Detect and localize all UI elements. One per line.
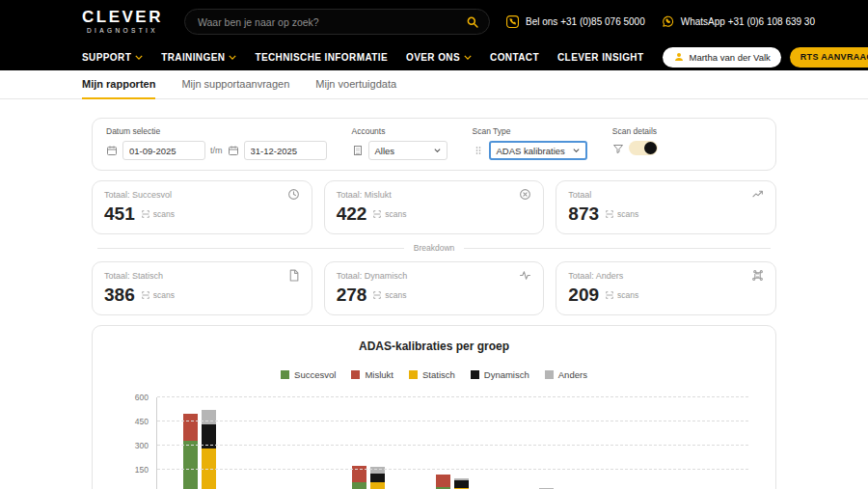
- nav-item-contact[interactable]: CONTACT: [490, 52, 539, 63]
- stacked-bar: [370, 467, 385, 489]
- stat-label: Totaal: Statisch: [104, 271, 163, 281]
- scan-icon: [141, 290, 150, 300]
- gridline: [157, 445, 748, 446]
- logo[interactable]: CLEVER DIAGNOSTIX: [82, 9, 163, 35]
- accounts-select[interactable]: Alles: [368, 141, 448, 160]
- stacked-bar: [436, 475, 450, 489]
- scan-details-label: Scan details: [612, 126, 658, 136]
- scan-icon: [372, 290, 382, 300]
- bar-segment: [352, 482, 366, 489]
- scan-icon: [372, 209, 382, 219]
- legend-swatch: [281, 370, 289, 379]
- chevron-down-icon: [434, 149, 441, 152]
- nav-item-label: SUPPORT: [82, 52, 131, 63]
- bar-segment: [183, 441, 198, 489]
- legend-item: Statisch: [409, 369, 455, 380]
- chevron-down-icon: [135, 55, 143, 60]
- stat-value: 451: [104, 204, 135, 225]
- logo-subtitle: DIAGNOSTIX: [87, 28, 158, 35]
- legend-item: Dynamisch: [471, 369, 529, 380]
- document-icon: [287, 269, 300, 282]
- nav-item-label: OVER ONS: [406, 52, 460, 63]
- bar-segment: [454, 480, 469, 488]
- date-filter-label: Datum selectie: [106, 126, 327, 136]
- filter-bar: Datum selectie t/m Accounts Alles: [92, 118, 776, 171]
- accounts-select-value: Alles: [375, 146, 395, 156]
- stat-unit: scans: [372, 290, 406, 300]
- tab-mijn-supportaanvragen[interactable]: Mijn supportaanvragen: [181, 70, 289, 99]
- top-header: CLEVER DIAGNOSTIX Bel ons +31 (0)85 076 …: [0, 0, 868, 43]
- drag-handle-icon: [473, 145, 484, 156]
- tab-mijn-voertuigdata[interactable]: Mijn voertuigdata: [315, 70, 396, 99]
- nav-item-over-ons[interactable]: OVER ONS: [406, 52, 472, 63]
- stat-label: Totaal: Dynamisch: [337, 271, 408, 281]
- stat-label: Totaal: Mislukt: [337, 190, 392, 200]
- stat-unit: scans: [141, 290, 175, 300]
- legend-swatch: [545, 370, 554, 379]
- bar-segment: [436, 475, 450, 487]
- legend-item: Anders: [545, 369, 587, 380]
- legend-label: Mislukt: [365, 369, 393, 380]
- whatsapp-link[interactable]: WhatsApp +31 (0)6 108 639 30: [661, 14, 815, 29]
- breakdown-label: Breakdown: [414, 243, 455, 253]
- trend-up-icon: [751, 188, 764, 201]
- chevron-down-icon: [229, 55, 236, 60]
- nav-item-technische-informatie[interactable]: TECHNISCHE INFORMATIE: [255, 52, 388, 63]
- main-content: Datum selectie t/m Accounts Alles: [0, 99, 868, 489]
- tab-mijn-rapporten[interactable]: Mijn rapporten: [82, 70, 155, 99]
- phone-icon: [505, 14, 520, 29]
- phone-label: Bel ons +31 (0)85 076 5000: [526, 16, 645, 27]
- legend-swatch: [409, 370, 418, 379]
- bar-segment: [370, 482, 385, 489]
- stat-card-anders: Totaal: Anders 209 scans: [556, 261, 776, 315]
- gridline: [157, 421, 748, 421]
- user-name: Martha van der Valk: [690, 52, 771, 63]
- rts-aanvraag-button[interactable]: RTS AANVRAAG: [790, 47, 868, 68]
- scan-type-select[interactable]: ADAS kalibraties: [489, 141, 587, 160]
- nav-item-clever-insight[interactable]: CLEVER INSIGHT: [557, 52, 644, 63]
- nav-item-support[interactable]: SUPPORT: [82, 52, 143, 63]
- legend-label: Dynamisch: [484, 369, 529, 380]
- accounts-filter-label: Accounts: [352, 126, 448, 136]
- y-tick-label: 300: [135, 441, 149, 450]
- scan-icon: [141, 209, 150, 219]
- stacked-bar: [454, 478, 469, 489]
- chart-title: ADAS-kalibraties per groep: [108, 340, 760, 353]
- whatsapp-icon: [661, 14, 675, 29]
- user-icon: [673, 51, 685, 63]
- chart-legend: SuccesvolMisluktStatischDynamischAnders: [108, 369, 760, 380]
- y-tick-label: 150: [135, 465, 149, 475]
- logo-title: CLEVER: [82, 9, 163, 25]
- search-icon[interactable]: [466, 15, 479, 29]
- user-menu[interactable]: Martha van der Valk: [663, 47, 781, 68]
- legend-swatch: [351, 370, 360, 379]
- chevron-down-icon: [464, 55, 472, 60]
- calendar-icon: [106, 145, 118, 156]
- date-filter: Datum selectie t/m: [106, 126, 327, 160]
- stat-value: 278: [337, 285, 367, 306]
- phone-link[interactable]: Bel ons +31 (0)85 076 5000: [505, 14, 645, 29]
- nav-item-label: CLEVER INSIGHT: [557, 52, 644, 63]
- search-input[interactable]: [198, 16, 466, 28]
- date-to-input[interactable]: [244, 141, 327, 160]
- legend-item: Succesvol: [281, 369, 336, 380]
- legend-item: Mislukt: [351, 369, 393, 380]
- nav-item-trainingen[interactable]: TRAININGEN: [161, 52, 236, 63]
- scan-details-toggle[interactable]: [629, 141, 658, 155]
- tab-bar: Mijn rapporten Mijn supportaanvragen Mij…: [0, 70, 868, 99]
- search-bar: [184, 9, 490, 35]
- stat-card-succesvol: Totaal: Succesvol 451 scans: [92, 180, 312, 234]
- y-tick-label: 450: [135, 417, 149, 426]
- stat-card-dynamisch: Totaal: Dynamisch 278 scans: [324, 261, 545, 315]
- date-separator: t/m: [210, 146, 223, 155]
- bar-segment: [202, 410, 216, 424]
- stat-label: Totaal: [568, 190, 591, 200]
- date-from-input[interactable]: [122, 141, 205, 160]
- legend-swatch: [471, 370, 479, 379]
- stat-unit: scans: [605, 290, 638, 300]
- scan-type-filter: Scan Type ADAS kalibraties: [473, 126, 587, 160]
- page: CLEVER DIAGNOSTIX Bel ons +31 (0)85 076 …: [0, 0, 868, 489]
- stat-unit: scans: [372, 209, 406, 219]
- gridline: [157, 469, 748, 470]
- stat-card-totaal: Totaal 873 scans: [556, 180, 776, 234]
